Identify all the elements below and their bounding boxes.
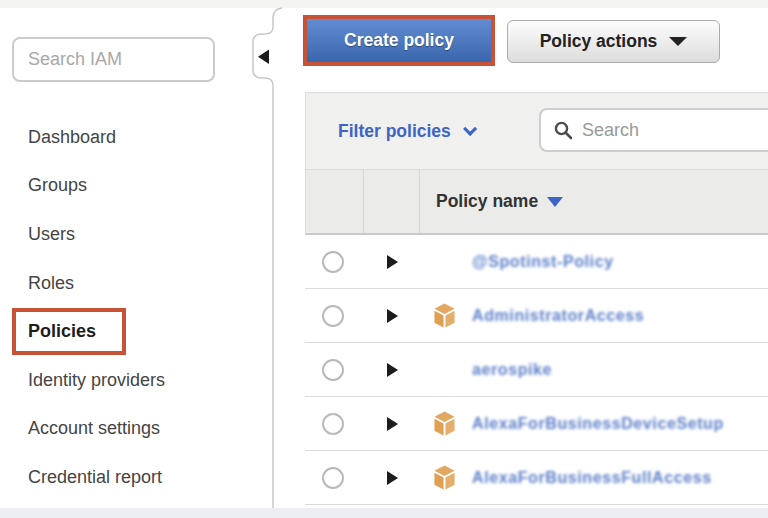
aws-managed-policy-icon (433, 465, 456, 490)
sidebar-item-account-settings[interactable]: Account settings (0, 405, 248, 454)
policy-search-input[interactable] (582, 120, 768, 141)
sidebar-item-identity-providers[interactable]: Identity providers (0, 356, 248, 405)
collapse-sidebar-icon[interactable] (258, 50, 269, 65)
policy-name-link[interactable]: @Spotinst-Policy (472, 253, 614, 271)
search-iam-input[interactable] (12, 37, 215, 82)
row-select-radio[interactable] (322, 251, 344, 273)
policies-table-header: Policy name (305, 170, 768, 235)
policy-name-link[interactable]: AdministratorAccess (472, 307, 644, 325)
sidebar-item-label: Groups (28, 175, 87, 196)
expand-arrow-icon[interactable] (387, 363, 398, 377)
sidebar-item-label: Dashboard (28, 127, 116, 148)
sidebar-item-label: Account settings (28, 418, 160, 439)
policy-search-box (539, 108, 768, 152)
row-select-radio[interactable] (322, 413, 344, 435)
filter-bar: Filter policies (305, 92, 768, 170)
sidebar-collapse-divider (248, 0, 288, 518)
sidebar-item-label: Users (28, 224, 75, 245)
create-policy-button[interactable]: Create policy (307, 19, 491, 62)
sort-arrow-icon (547, 197, 563, 207)
expand-arrow-icon[interactable] (387, 471, 398, 485)
policies-table-body: @Spotinst-Policy AdministratorAccess aer… (305, 235, 768, 505)
filter-policies-label: Filter policies (338, 121, 451, 142)
column-divider (363, 170, 364, 233)
sidebar-item-users[interactable]: Users (0, 210, 248, 259)
policy-name-link[interactable]: AlexaForBusinessDeviceSetup (472, 415, 724, 433)
sidebar-item-roles[interactable]: Roles (0, 259, 248, 308)
sidebar-nav: Dashboard Groups Users Roles Policies Id… (0, 113, 248, 502)
policy-name-sort-header[interactable]: Policy name (436, 170, 563, 233)
chevron-down-icon (463, 122, 477, 136)
row-select-radio[interactable] (322, 305, 344, 327)
iam-console-page: Dashboard Groups Users Roles Policies Id… (0, 0, 768, 518)
policy-actions-button[interactable]: Policy actions (507, 20, 720, 63)
table-row: aerospike (305, 343, 768, 397)
row-select-radio[interactable] (322, 359, 344, 381)
policy-name-header-label: Policy name (436, 191, 538, 212)
bottom-edge-strip (0, 508, 768, 518)
column-divider (419, 170, 420, 233)
sidebar-item-label: Credential report (28, 467, 162, 488)
sidebar-item-label: Policies (12, 308, 126, 355)
filter-policies-dropdown[interactable]: Filter policies (338, 93, 473, 169)
row-select-radio[interactable] (322, 467, 344, 489)
expand-arrow-icon[interactable] (387, 309, 398, 323)
sidebar-item-dashboard[interactable]: Dashboard (0, 113, 248, 162)
expand-arrow-icon[interactable] (387, 255, 398, 269)
iam-sidebar: Dashboard Groups Users Roles Policies Id… (0, 8, 248, 508)
dropdown-arrow-icon (669, 37, 687, 46)
aws-managed-policy-icon (433, 303, 456, 328)
sidebar-item-label: Roles (28, 273, 74, 294)
policy-name-link[interactable]: AlexaForBusinessFullAccess (472, 469, 712, 487)
policy-name-link[interactable]: aerospike (472, 361, 552, 379)
table-row: @Spotinst-Policy (305, 235, 768, 289)
sidebar-item-policies[interactable]: Policies (0, 307, 248, 356)
create-policy-annotation-box: Create policy (303, 15, 495, 66)
sidebar-item-credential-report[interactable]: Credential report (0, 453, 248, 502)
top-edge-strip (0, 0, 768, 8)
table-row: AlexaForBusinessFullAccess (305, 451, 768, 505)
table-row: AdministratorAccess (305, 289, 768, 343)
sidebar-item-label: Identity providers (28, 370, 165, 391)
table-row: AlexaForBusinessDeviceSetup (305, 397, 768, 451)
expand-arrow-icon[interactable] (387, 417, 398, 431)
search-icon (554, 121, 573, 140)
sidebar-item-groups[interactable]: Groups (0, 162, 248, 211)
policy-actions-label: Policy actions (540, 31, 658, 52)
aws-managed-policy-icon (433, 411, 456, 436)
